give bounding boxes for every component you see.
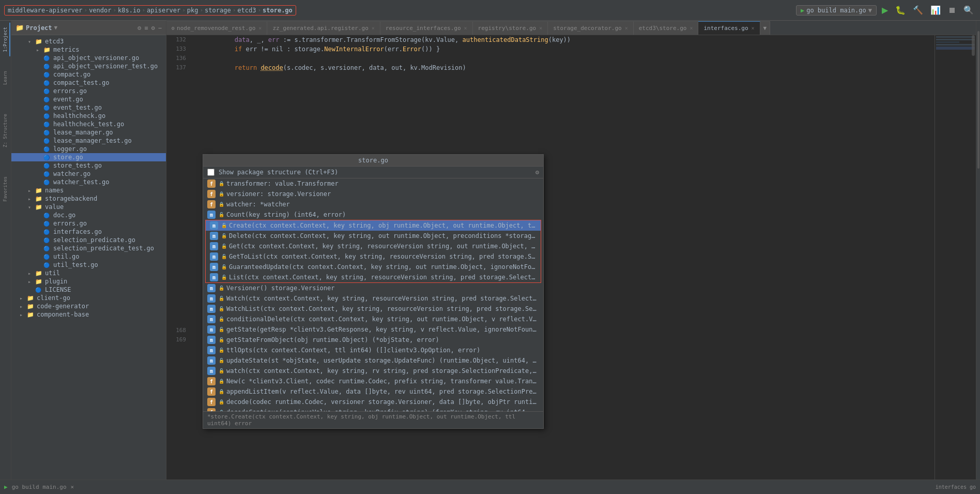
breadcrumb-item-0[interactable]: middleware-apiserver [8, 7, 83, 14]
autocomplete-list[interactable]: f🔒transformer: value.Transformerf🔒versio… [203, 178, 543, 411]
tree-item-doc-go[interactable]: 🔵doc.go [11, 211, 166, 219]
debug-button[interactable]: 🐛 [893, 4, 908, 16]
ac-item-4[interactable]: m🔓Create(ctx context.Context, key string… [206, 220, 541, 231]
breadcrumb[interactable]: middleware-apiserver › vendor › k8s.io ›… [4, 5, 296, 16]
tree-item-event-test-go[interactable]: 🔵event_test.go [11, 103, 166, 112]
tab-6[interactable]: interfaces.go × [698, 21, 760, 35]
run-button[interactable]: ▶ [880, 4, 890, 16]
tree-item-metrics[interactable]: ▸📁metrics [11, 46, 166, 54]
vtab-favorites[interactable]: Favorites [1, 172, 10, 206]
ac-item-13[interactable]: m🔓conditionalDelete(ctx context.Context,… [203, 314, 543, 324]
tree-item-util-test-go[interactable]: 🔵util_test.go [11, 261, 166, 269]
tree-item-api-object-versioner-go[interactable]: 🔵api_object_versioner.go [11, 54, 166, 62]
run-config-dropdown-icon[interactable]: ▼ [868, 7, 872, 14]
ac-item-8[interactable]: m🔓GuaranteedUpdate(ctx context.Context, … [206, 262, 541, 272]
tree-item-value[interactable]: ▾📁value [11, 203, 166, 211]
tree-item-lease-manager-go[interactable]: 🔵lease_manager.go [11, 128, 166, 137]
tree-item-store-test-go[interactable]: 🔵store_test.go [11, 161, 166, 170]
vtab-structure[interactable]: Z: Structure [1, 110, 10, 152]
tab-close-2[interactable]: × [464, 25, 467, 31]
show-package-structure-checkbox[interactable] [207, 169, 215, 176]
coverage-button[interactable]: 📊 [928, 4, 943, 16]
ac-item-22[interactable]: f🔒decodeContinue(continueValue string, k… [203, 407, 543, 411]
tab-overflow[interactable]: ▼ [760, 21, 771, 35]
ac-item-10[interactable]: m🔓Versioner() storage.Versioner [203, 283, 543, 293]
ac-item-12[interactable]: m🔓WatchList(ctx context.Context, key str… [203, 304, 543, 314]
stop-button[interactable]: ⏹ [946, 5, 958, 16]
tree-item-errors-go[interactable]: 🔵errors.go [11, 219, 166, 228]
tab-close-1[interactable]: × [372, 25, 375, 31]
breadcrumb-item-6[interactable]: etcd3 [237, 7, 256, 14]
breadcrumb-item-4[interactable]: pkg [187, 7, 198, 14]
build-button[interactable]: 🔨 [911, 4, 925, 16]
close-icon[interactable]: × [71, 484, 74, 490]
tree-item-watcher-go[interactable]: 🔵watcher.go [11, 170, 166, 178]
editor-content[interactable]: 132 data, _, err := s.transformer.Transf… [166, 35, 976, 480]
ac-item-1[interactable]: f🔒versioner: storage.Versioner [203, 189, 543, 199]
tab-close-6[interactable]: × [752, 25, 755, 31]
tree-item-event-go[interactable]: 🔵event.go [11, 95, 166, 103]
ac-item-6[interactable]: m🔓Get(ctx context.Context, key string, r… [206, 241, 541, 251]
ac-item-0[interactable]: f🔒transformer: value.Transformer [203, 178, 543, 189]
settings-icon[interactable]: ⚙ [151, 24, 155, 32]
tree-item-compact-go[interactable]: 🔵compact.go [11, 70, 166, 79]
tree-item-interfaces-go[interactable]: 🔵interfaces.go [11, 228, 166, 236]
tree-item-store-go[interactable]: 🔵store.go [11, 153, 166, 161]
tree-item-watcher-test-go[interactable]: 🔵watcher_test.go [11, 178, 166, 186]
tree-item-component-base[interactable]: ▸📁component-base [11, 310, 166, 319]
sync-icon[interactable]: ⚙ [137, 24, 141, 32]
breadcrumb-item-1[interactable]: vendor [89, 7, 111, 14]
tree-item-healthcheck-go[interactable]: 🔵healthcheck.go [11, 112, 166, 120]
tab-4[interactable]: storage_decorator.go × [548, 21, 633, 35]
ac-item-19[interactable]: f🔒New(c *clientv3.Client, codec runtime.… [203, 376, 543, 386]
tree-item-selection-predicate-go[interactable]: 🔵selection_predicate.go [11, 236, 166, 244]
tree-item-selection-predicate-test-go[interactable]: 🔵selection_predicate_test.go [11, 244, 166, 252]
run-config[interactable]: ▶ go build main.go ▼ [796, 5, 877, 16]
tree-item-logger-go[interactable]: 🔵logger.go [11, 145, 166, 153]
ac-item-7[interactable]: m🔓GetToList(ctx context.Context, key str… [206, 251, 541, 262]
ac-item-15[interactable]: m🔓getStateFromObject(obj runtime.Object)… [203, 335, 543, 345]
tree-item-errors-go[interactable]: 🔵errors.go [11, 87, 166, 95]
tab-2[interactable]: resource_interfaces.go × [380, 21, 473, 35]
ac-item-3[interactable]: m🔓Count(key string) (int64, error) [203, 209, 543, 220]
tree-item-storagebackend[interactable]: ▸📁storagebackend [11, 194, 166, 203]
ac-item-20[interactable]: f🔒appendListItem(v reflect.Value, data [… [203, 386, 543, 397]
show-package-structure-label[interactable]: Show package structure (Ctrl+F3) [219, 169, 338, 176]
tab-3[interactable]: registry\store.go × [473, 21, 548, 35]
tree-item-compact-test-go[interactable]: 🔵compact_test.go [11, 79, 166, 87]
tree-item-util-go[interactable]: 🔵util.go [11, 252, 166, 261]
tree-item-healthcheck-test-go[interactable]: 🔵healthcheck_test.go [11, 120, 166, 128]
breadcrumb-item-5[interactable]: storage [205, 7, 231, 14]
tree-item-util[interactable]: ▸📁util [11, 269, 166, 277]
tree-item-api-object-versioner-test-go[interactable]: 🔵api_object_versioner_test.go [11, 62, 166, 70]
tree-item-lease-manager-test-go[interactable]: 🔵lease_manager_test.go [11, 137, 166, 145]
tree-item-names[interactable]: ▸📁names [11, 186, 166, 194]
ac-item-16[interactable]: m🔓ttlOpts(ctx context.Context, ttl int64… [203, 345, 543, 355]
autocomplete-gear-icon[interactable]: ⚙ [535, 169, 539, 176]
breadcrumb-item-2[interactable]: k8s.io [118, 7, 140, 14]
tree-item-etcd3[interactable]: ▾📁etcd3 [11, 37, 166, 46]
tree-item-plugin[interactable]: ▸📁plugin [11, 277, 166, 286]
tab-close-4[interactable]: × [625, 25, 628, 31]
tree-item-code-generator[interactable]: ▸📁code-generator [11, 302, 166, 310]
filter-icon[interactable]: ≡ [144, 24, 148, 32]
search-button[interactable]: 🔍 [961, 4, 976, 16]
ac-item-9[interactable]: m🔓List(ctx context.Context, key string, … [206, 272, 541, 282]
tab-0[interactable]: ⚙ node_removenode_rest.go × [166, 21, 267, 35]
ac-item-2[interactable]: f🔒watcher: *watcher [203, 199, 543, 209]
ac-item-17[interactable]: m🔓updateState(st *objState, userUpdate s… [203, 355, 543, 366]
vtab-project[interactable]: 1:Project [1, 23, 10, 56]
tab-5[interactable]: etcd3\store.go × [634, 21, 699, 35]
breadcrumb-item-7[interactable]: store.go [263, 7, 293, 14]
tree-item-LICENSE[interactable]: 🔵LICENSE [11, 286, 166, 294]
ac-item-14[interactable]: m🔓getState(getResp *clientv3.GetResponse… [203, 324, 543, 335]
ac-item-18[interactable]: m🔓watch(ctx context.Context, key string,… [203, 366, 543, 376]
vtab-learn[interactable]: Learn [1, 67, 10, 89]
ac-item-21[interactable]: f🔒decode(codec runtime.Codec, versioner … [203, 397, 543, 407]
breadcrumb-item-3[interactable]: apiserver [147, 7, 180, 14]
tab-close-5[interactable]: × [690, 25, 693, 31]
tab-close-0[interactable]: × [258, 25, 262, 31]
ac-item-11[interactable]: m🔓Watch(ctx context.Context, key string,… [203, 293, 543, 304]
tree-item-client-go[interactable]: ▸📁client-go [11, 294, 166, 302]
tab-close-3[interactable]: × [539, 25, 542, 31]
